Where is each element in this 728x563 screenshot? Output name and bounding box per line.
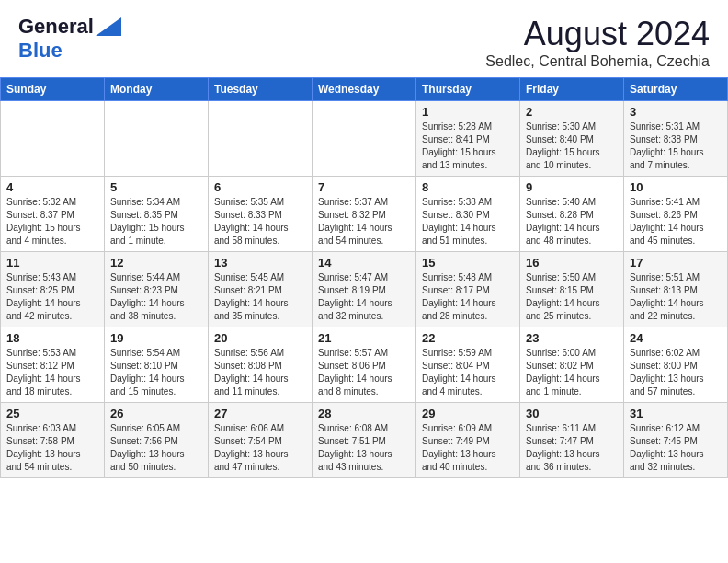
- day-info: Sunrise: 5:57 AM Sunset: 8:06 PM Dayligh…: [318, 347, 410, 398]
- logo: General Blue: [18, 15, 121, 63]
- day-number: 12: [110, 256, 202, 270]
- calendar-day-cell: 25Sunrise: 6:03 AM Sunset: 7:58 PM Dayli…: [1, 403, 105, 478]
- day-info: Sunrise: 5:59 AM Sunset: 8:04 PM Dayligh…: [422, 347, 514, 398]
- day-info: Sunrise: 6:03 AM Sunset: 7:58 PM Dayligh…: [6, 422, 98, 474]
- calendar-day-cell: 17Sunrise: 5:51 AM Sunset: 8:13 PM Dayli…: [624, 252, 728, 327]
- calendar-header-day-tuesday: Tuesday: [209, 78, 313, 101]
- day-number: 6: [214, 180, 306, 194]
- day-number: 17: [630, 256, 722, 270]
- logo-blue-text: Blue: [18, 39, 63, 62]
- calendar-day-cell: 22Sunrise: 5:59 AM Sunset: 8:04 PM Dayli…: [416, 327, 520, 403]
- day-number: 29: [422, 407, 514, 420]
- day-number: 22: [422, 331, 514, 345]
- calendar-day-cell: 26Sunrise: 6:05 AM Sunset: 7:56 PM Dayli…: [105, 403, 209, 478]
- day-info: Sunrise: 6:05 AM Sunset: 7:56 PM Dayligh…: [110, 422, 202, 474]
- day-info: Sunrise: 5:51 AM Sunset: 8:13 PM Dayligh…: [630, 271, 722, 323]
- calendar-day-cell: 10Sunrise: 5:41 AM Sunset: 8:26 PM Dayli…: [624, 177, 728, 252]
- calendar-day-cell: [209, 101, 313, 177]
- calendar-day-cell: 23Sunrise: 6:00 AM Sunset: 8:02 PM Dayli…: [520, 327, 624, 403]
- day-number: 28: [318, 407, 410, 420]
- calendar-day-cell: 3Sunrise: 5:31 AM Sunset: 8:38 PM Daylig…: [624, 101, 728, 177]
- calendar-day-cell: [105, 101, 209, 177]
- calendar-day-cell: 6Sunrise: 5:35 AM Sunset: 8:33 PM Daylig…: [209, 177, 313, 252]
- day-number: 21: [318, 331, 410, 345]
- day-info: Sunrise: 6:00 AM Sunset: 8:02 PM Dayligh…: [526, 347, 618, 398]
- day-info: Sunrise: 5:50 AM Sunset: 8:15 PM Dayligh…: [526, 271, 618, 323]
- calendar-day-cell: 9Sunrise: 5:40 AM Sunset: 8:28 PM Daylig…: [520, 177, 624, 252]
- day-number: 10: [630, 180, 722, 194]
- calendar-day-cell: 2Sunrise: 5:30 AM Sunset: 8:40 PM Daylig…: [520, 101, 624, 177]
- day-number: 8: [422, 180, 514, 194]
- day-number: 25: [6, 407, 98, 420]
- calendar-day-cell: 28Sunrise: 6:08 AM Sunset: 7:51 PM Dayli…: [313, 403, 416, 478]
- day-info: Sunrise: 5:47 AM Sunset: 8:19 PM Dayligh…: [318, 271, 410, 323]
- day-number: 4: [6, 180, 98, 194]
- calendar-header-day-monday: Monday: [105, 78, 209, 101]
- day-info: Sunrise: 5:44 AM Sunset: 8:23 PM Dayligh…: [110, 271, 202, 323]
- day-number: 3: [630, 105, 722, 119]
- svg-marker-0: [96, 17, 121, 36]
- day-info: Sunrise: 5:43 AM Sunset: 8:25 PM Dayligh…: [6, 271, 98, 323]
- calendar-day-cell: 1Sunrise: 5:28 AM Sunset: 8:41 PM Daylig…: [416, 101, 520, 177]
- day-number: 16: [526, 256, 618, 270]
- day-info: Sunrise: 5:48 AM Sunset: 8:17 PM Dayligh…: [422, 271, 514, 323]
- calendar-week-row: 25Sunrise: 6:03 AM Sunset: 7:58 PM Dayli…: [1, 403, 728, 478]
- day-number: 27: [214, 407, 306, 420]
- day-info: Sunrise: 5:40 AM Sunset: 8:28 PM Dayligh…: [526, 196, 618, 247]
- calendar-header-day-friday: Friday: [520, 78, 624, 101]
- calendar-day-cell: 21Sunrise: 5:57 AM Sunset: 8:06 PM Dayli…: [313, 327, 416, 403]
- calendar-header-day-sunday: Sunday: [1, 78, 105, 101]
- day-info: Sunrise: 5:28 AM Sunset: 8:41 PM Dayligh…: [422, 121, 514, 172]
- day-number: 24: [630, 331, 722, 345]
- calendar-day-cell: 5Sunrise: 5:34 AM Sunset: 8:35 PM Daylig…: [105, 177, 209, 252]
- day-number: 13: [214, 256, 306, 270]
- calendar-header-day-thursday: Thursday: [416, 78, 520, 101]
- day-number: 2: [526, 105, 618, 119]
- calendar-day-cell: 16Sunrise: 5:50 AM Sunset: 8:15 PM Dayli…: [520, 252, 624, 327]
- calendar-week-row: 11Sunrise: 5:43 AM Sunset: 8:25 PM Dayli…: [1, 252, 728, 327]
- calendar-day-cell: 20Sunrise: 5:56 AM Sunset: 8:08 PM Dayli…: [209, 327, 313, 403]
- subtitle: Sedlec, Central Bohemia, Czechia: [485, 53, 710, 70]
- main-title: August 2024: [485, 15, 710, 53]
- day-number: 20: [214, 331, 306, 345]
- header: General Blue August 2024 Sedlec, Central…: [0, 0, 728, 77]
- day-info: Sunrise: 6:09 AM Sunset: 7:49 PM Dayligh…: [422, 422, 514, 474]
- calendar-week-row: 1Sunrise: 5:28 AM Sunset: 8:41 PM Daylig…: [1, 101, 728, 177]
- logo-icon: [96, 17, 121, 36]
- day-number: 9: [526, 180, 618, 194]
- day-info: Sunrise: 5:34 AM Sunset: 8:35 PM Dayligh…: [110, 196, 202, 247]
- calendar-day-cell: 8Sunrise: 5:38 AM Sunset: 8:30 PM Daylig…: [416, 177, 520, 252]
- calendar-day-cell: 19Sunrise: 5:54 AM Sunset: 8:10 PM Dayli…: [105, 327, 209, 403]
- logo-general-text: General: [18, 15, 94, 39]
- day-number: 11: [6, 256, 98, 270]
- day-info: Sunrise: 5:32 AM Sunset: 8:37 PM Dayligh…: [6, 196, 98, 247]
- calendar-day-cell: 11Sunrise: 5:43 AM Sunset: 8:25 PM Dayli…: [1, 252, 105, 327]
- day-number: 1: [422, 105, 514, 119]
- day-info: Sunrise: 5:37 AM Sunset: 8:32 PM Dayligh…: [318, 196, 410, 247]
- day-info: Sunrise: 5:30 AM Sunset: 8:40 PM Dayligh…: [526, 121, 618, 172]
- day-info: Sunrise: 5:41 AM Sunset: 8:26 PM Dayligh…: [630, 196, 722, 247]
- calendar-day-cell: [1, 101, 105, 177]
- day-number: 14: [318, 256, 410, 270]
- day-info: Sunrise: 6:02 AM Sunset: 8:00 PM Dayligh…: [630, 347, 722, 398]
- day-number: 18: [6, 331, 98, 345]
- calendar-day-cell: 15Sunrise: 5:48 AM Sunset: 8:17 PM Dayli…: [416, 252, 520, 327]
- day-info: Sunrise: 5:54 AM Sunset: 8:10 PM Dayligh…: [110, 347, 202, 398]
- calendar-day-cell: 29Sunrise: 6:09 AM Sunset: 7:49 PM Dayli…: [416, 403, 520, 478]
- calendar-day-cell: 13Sunrise: 5:45 AM Sunset: 8:21 PM Dayli…: [209, 252, 313, 327]
- day-number: 7: [318, 180, 410, 194]
- calendar-day-cell: [313, 101, 416, 177]
- day-number: 15: [422, 256, 514, 270]
- day-number: 23: [526, 331, 618, 345]
- day-number: 19: [110, 331, 202, 345]
- calendar-day-cell: 4Sunrise: 5:32 AM Sunset: 8:37 PM Daylig…: [1, 177, 105, 252]
- calendar-header-row: SundayMondayTuesdayWednesdayThursdayFrid…: [1, 78, 728, 101]
- calendar-day-cell: 27Sunrise: 6:06 AM Sunset: 7:54 PM Dayli…: [209, 403, 313, 478]
- title-section: August 2024 Sedlec, Central Bohemia, Cze…: [485, 15, 710, 70]
- day-info: Sunrise: 6:12 AM Sunset: 7:45 PM Dayligh…: [630, 422, 722, 474]
- day-info: Sunrise: 6:11 AM Sunset: 7:47 PM Dayligh…: [526, 422, 618, 474]
- calendar-day-cell: 30Sunrise: 6:11 AM Sunset: 7:47 PM Dayli…: [520, 403, 624, 478]
- calendar-header-day-saturday: Saturday: [624, 78, 728, 101]
- day-info: Sunrise: 5:35 AM Sunset: 8:33 PM Dayligh…: [214, 196, 306, 247]
- calendar-day-cell: 31Sunrise: 6:12 AM Sunset: 7:45 PM Dayli…: [624, 403, 728, 478]
